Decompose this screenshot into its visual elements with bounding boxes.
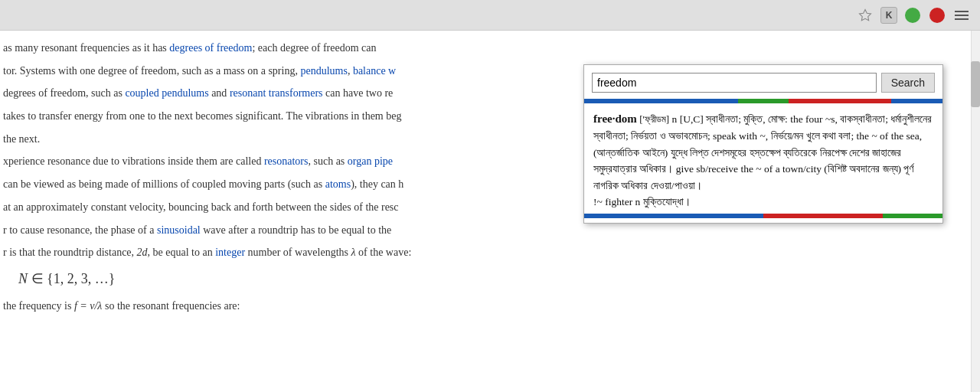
link-degrees-of-freedom[interactable]: degrees of freedom	[169, 42, 252, 54]
article-para-6: xperience resonance due to vibrations in…	[3, 153, 576, 170]
article-para-3: degrees of freedom, such as coupled pend…	[3, 85, 576, 102]
bar-red-1	[789, 99, 891, 103]
dict-subentry: !~ fighter n মুক্তিযোদ্ধা।	[593, 196, 691, 207]
dict-pronunciation: ['ফ্রীডম]	[639, 113, 669, 125]
dict-search-bar: Search	[584, 65, 942, 99]
bar-bottom-blue	[584, 214, 763, 218]
link-coupled-pendulums[interactable]: coupled pendulums	[125, 87, 208, 99]
article-para-4: takes to transfer energy from one to the…	[3, 108, 576, 125]
dict-search-button[interactable]: Search	[881, 73, 935, 93]
article-para-7: can be viewed as being made of millions …	[3, 176, 576, 193]
hamburger-menu-icon[interactable]	[952, 6, 971, 24]
article-para-2: tor. Systems with one degree of freedom,…	[3, 63, 576, 80]
article-para-5: the next.	[3, 131, 576, 148]
dict-content: free·dom ['ফ্রীডম] n [U,C] স্বাধীনতা; মু…	[584, 103, 942, 214]
bar-green-1	[738, 99, 789, 103]
article-para-9: r to cause resonance, the phase of a sin…	[3, 222, 576, 239]
link-integer[interactable]: integer	[215, 247, 245, 258]
article-text: as many resonant frequencies as it has d…	[0, 31, 582, 392]
star-icon[interactable]	[856, 6, 874, 24]
dict-word: free·dom	[593, 113, 637, 125]
dictionary-popup: Search free·dom ['ফ্রীডম] n [U,C] স্বাধী…	[583, 64, 943, 224]
article-para-11: the frequency is f = v/λ so the resonant…	[3, 298, 576, 315]
red-addon-icon[interactable]	[928, 6, 946, 24]
dict-color-bar-top	[584, 99, 942, 103]
link-balance[interactable]: balance w	[353, 65, 396, 77]
browser-chrome: K	[0, 0, 980, 31]
article-para-10: r is that the roundtrip distance, 2d, be…	[3, 244, 576, 261]
article-para-1: as many resonant frequencies as it has d…	[3, 40, 576, 57]
scrollbar-thumb[interactable]	[971, 61, 980, 107]
scrollbar[interactable]	[971, 31, 980, 392]
math-block-1: N ∈ {1, 2, 3, …}	[3, 269, 576, 290]
link-pendulums[interactable]: pendulums	[300, 65, 347, 77]
bar-blue-1	[584, 99, 738, 103]
bar-blue-2	[891, 99, 942, 103]
article-para-8: at an approximately constant velocity, b…	[3, 199, 576, 216]
link-atoms[interactable]: atoms	[325, 178, 351, 190]
bar-bottom-red	[763, 214, 883, 218]
bar-bottom-green	[883, 214, 942, 218]
main-content: as many resonant frequencies as it has d…	[0, 31, 980, 392]
link-resonators[interactable]: resonators	[264, 155, 309, 167]
link-resonant-transformers[interactable]: resonant transformers	[230, 87, 323, 99]
dict-color-bar-bottom	[584, 214, 942, 218]
green-addon-icon[interactable]	[903, 6, 922, 24]
dict-grammar: n [U,C]	[672, 113, 704, 125]
dict-search-input[interactable]	[592, 73, 877, 93]
link-sinusoidal[interactable]: sinusoidal	[157, 224, 201, 236]
dict-definition: স্বাধীনতা; মুক্তি, মোক্ষ: the four ~s, ব…	[593, 113, 932, 191]
k-button[interactable]: K	[880, 7, 897, 24]
link-organ-pipes[interactable]: organ pipe	[348, 155, 393, 167]
